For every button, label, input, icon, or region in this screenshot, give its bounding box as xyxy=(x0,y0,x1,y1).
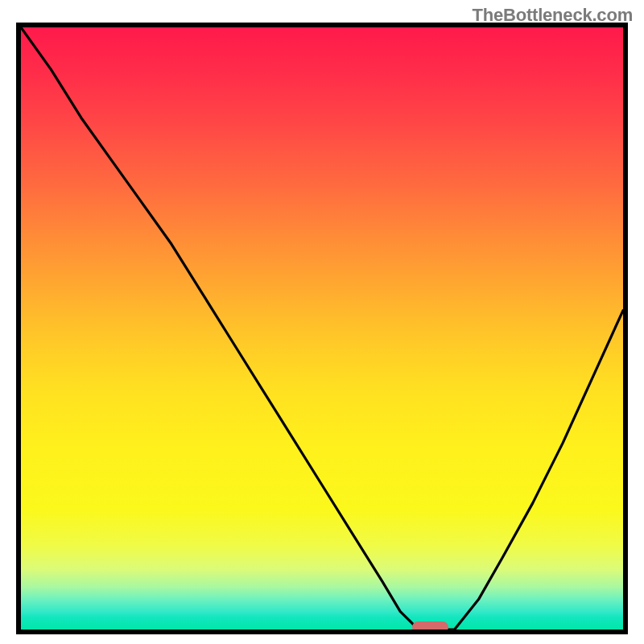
curve-svg xyxy=(21,27,623,630)
bottleneck-curve xyxy=(21,27,623,630)
plot-area xyxy=(16,23,628,634)
optimal-marker xyxy=(412,621,448,633)
